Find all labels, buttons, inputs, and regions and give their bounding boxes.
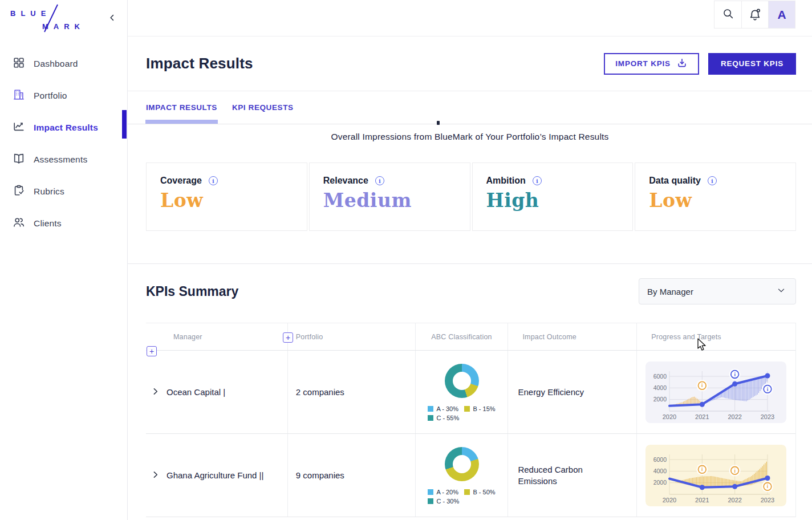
card-value: Medium	[323, 189, 456, 212]
sidebar-item-rubrics[interactable]: Rubrics	[0, 176, 127, 208]
page-title: Impact Results	[146, 55, 253, 72]
info-icon[interactable]: i	[209, 176, 218, 185]
expand-row-button[interactable]	[149, 469, 161, 482]
search-button[interactable]	[714, 1, 741, 28]
dropdown-value: By Manager	[647, 287, 693, 296]
summary-card-relevance: Relevance i Medium	[309, 162, 470, 231]
svg-text:i: i	[701, 383, 703, 388]
clipped-heading-descender	[437, 121, 440, 125]
tab-kpi-requests[interactable]: KPI REQUESTS	[232, 91, 294, 124]
column-header-abc[interactable]: ABC Classification	[416, 323, 509, 350]
people-icon	[13, 216, 25, 231]
legend-label: C - 30%	[436, 498, 459, 505]
summary-card-coverage: Coverage i Low	[146, 162, 307, 231]
card-value: Low	[649, 189, 782, 212]
progress-targets-chart[interactable]: 2000400060002020202120222023iii	[645, 361, 786, 423]
progress-targets-chart[interactable]: 2000400060002020202120222023iii	[645, 445, 786, 506]
table-row: Ocean Capital | 2 companies A - 30% B - …	[146, 351, 795, 434]
logo-word-blue: BLUE	[10, 9, 51, 18]
card-value: Low	[160, 189, 293, 212]
svg-text:2000: 2000	[653, 479, 667, 486]
svg-text:4000: 4000	[653, 384, 667, 391]
legend-label: B - 15%	[473, 405, 495, 412]
chevron-left-icon	[108, 13, 117, 24]
svg-text:i: i	[734, 371, 736, 377]
donut-legend: A - 30% B - 15% C - 55%	[428, 405, 495, 421]
legend-label: A - 20%	[436, 489, 458, 495]
sidebar-item-label: Rubrics	[34, 186, 64, 197]
open-book-icon	[13, 152, 25, 167]
add-column-button[interactable]: +	[283, 332, 293, 343]
info-icon[interactable]: i	[533, 176, 542, 185]
topbar: A	[128, 0, 812, 36]
manager-name[interactable]: Ocean Capital |	[167, 387, 225, 397]
manager-name[interactable]: Ghana Agriculture Fund ||	[167, 470, 263, 480]
svg-text:2023: 2023	[761, 413, 774, 420]
legend-swatch-b	[464, 406, 470, 412]
card-label: Data quality	[649, 176, 701, 186]
column-header-outcome[interactable]: Impact Outcome	[508, 323, 637, 350]
sidebar-item-impact-results[interactable]: Impact Results	[0, 112, 127, 144]
portfolio-cell: 2 companies	[288, 351, 416, 433]
main-content: A Impact Results IMPORT KPIS REQUEST KPI…	[128, 0, 812, 520]
sidebar-item-portfolio[interactable]: Portfolio	[0, 80, 127, 112]
impact-outcome-cell: Reduced Carbon Emissions	[518, 464, 603, 487]
abc-classification-cell: A - 20% B - 50% C - 30%	[416, 434, 509, 517]
expand-row-button[interactable]	[149, 385, 161, 399]
avatar[interactable]: A	[768, 1, 795, 28]
chevron-right-icon	[151, 470, 160, 481]
column-header-progress[interactable]: Progress and Targets	[637, 323, 795, 350]
card-label: Coverage	[160, 176, 202, 186]
info-icon[interactable]: i	[375, 176, 384, 185]
svg-text:2022: 2022	[728, 413, 742, 420]
clipboard-check-icon	[13, 184, 25, 199]
legend-label: A - 30%	[436, 405, 458, 412]
summary-card-ambition: Ambition i High	[472, 162, 634, 231]
svg-text:i: i	[767, 484, 769, 489]
table-header: Manager Portfolio ABC Classification Imp…	[146, 323, 795, 351]
tab-label: KPI REQUESTS	[232, 103, 294, 112]
sidebar-collapse-button[interactable]	[108, 13, 117, 24]
sidebar-item-dashboard[interactable]: Dashboard	[0, 48, 127, 80]
active-nav-indicator	[122, 110, 127, 139]
sidebar-nav: Dashboard Portfolio Impact Results Asses…	[0, 36, 127, 239]
chevron-right-icon	[151, 387, 160, 398]
svg-text:2020: 2020	[663, 497, 676, 503]
svg-text:2020: 2020	[663, 413, 676, 420]
legend-swatch-a	[428, 489, 433, 495]
notifications-button[interactable]	[741, 1, 768, 28]
info-icon[interactable]: i	[708, 176, 717, 185]
bell-icon	[748, 8, 762, 22]
request-kpis-button[interactable]: REQUEST KPIS	[708, 53, 796, 75]
svg-text:4000: 4000	[653, 467, 667, 474]
avatar-letter: A	[777, 8, 786, 22]
tab-impact-results[interactable]: IMPACT RESULTS	[146, 91, 217, 124]
summary-card-data-quality: Data quality i Low	[635, 162, 796, 231]
column-header-portfolio[interactable]: Portfolio	[288, 323, 416, 350]
sidebar: BLUE MARK Dashboard	[0, 0, 128, 520]
abc-donut-chart	[445, 447, 479, 481]
add-row-button[interactable]: +	[147, 346, 157, 356]
abc-classification-cell: A - 30% B - 15% C - 55%	[416, 351, 509, 433]
svg-text:2021: 2021	[695, 413, 709, 420]
sidebar-item-assessments[interactable]: Assessments	[0, 144, 127, 176]
section-divider	[128, 263, 812, 264]
import-kpis-button[interactable]: IMPORT KPIS	[604, 53, 699, 75]
chevron-down-icon	[776, 285, 786, 298]
group-by-dropdown[interactable]: By Manager	[639, 278, 796, 304]
summary-cards: Coverage i Low Relevance i Medium Ambiti…	[146, 162, 796, 231]
card-value: High	[486, 189, 619, 212]
legend-swatch-b	[464, 489, 470, 495]
svg-text:i: i	[734, 468, 736, 473]
tab-label: IMPACT RESULTS	[146, 103, 217, 112]
kpis-table: + + Manager Portfolio ABC Classification…	[146, 323, 796, 517]
svg-text:i: i	[767, 386, 769, 392]
column-header-manager[interactable]: Manager	[146, 323, 288, 350]
app-window: BLUE MARK Dashboard	[0, 0, 812, 520]
sidebar-item-clients[interactable]: Clients	[0, 208, 127, 239]
svg-text:i: i	[701, 466, 703, 472]
svg-text:2021: 2021	[695, 497, 709, 503]
impact-outcome-cell: Energy Efficiency	[518, 387, 584, 398]
line-chart-icon	[13, 120, 25, 135]
sidebar-item-label: Clients	[34, 218, 62, 229]
